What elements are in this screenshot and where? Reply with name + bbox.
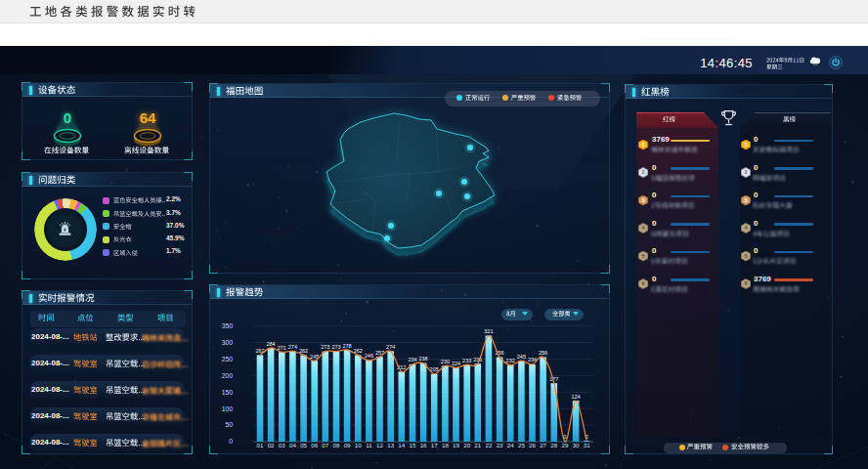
svg-text:09: 09 [344,442,351,448]
svg-text:10: 10 [355,442,362,448]
svg-text:262: 262 [299,348,308,354]
svg-text:246: 246 [365,353,373,359]
svg-text:19: 19 [453,442,459,448]
svg-text:12: 12 [376,442,383,448]
svg-text:350: 350 [222,322,234,329]
svg-text:31: 31 [584,442,590,448]
svg-text:28: 28 [550,442,557,448]
svg-text:233: 233 [462,358,471,363]
svg-text:23: 23 [497,442,503,448]
svg-text:26: 26 [529,442,536,448]
svg-text:01: 01 [257,442,264,448]
svg-text:232: 232 [506,358,515,363]
svg-text:250: 250 [222,356,234,362]
svg-text:25: 25 [518,442,525,448]
svg-text:20: 20 [463,442,470,448]
svg-text:18: 18 [442,442,449,448]
svg-text:06: 06 [311,442,318,448]
svg-text:21: 21 [474,442,481,448]
svg-text:02: 02 [268,442,275,448]
svg-text:284: 284 [267,341,276,347]
svg-text:321: 321 [484,328,493,334]
svg-text:05: 05 [300,442,307,448]
svg-text:245: 245 [517,354,526,360]
svg-text:24: 24 [507,442,514,448]
svg-text:271: 271 [278,345,286,351]
svg-text:278: 278 [343,343,352,349]
svg-text:27: 27 [540,442,546,448]
svg-text:274: 274 [386,344,395,350]
svg-text:04: 04 [289,442,296,448]
svg-text:14: 14 [398,442,405,448]
svg-text:124: 124 [572,394,581,400]
svg-text:224: 224 [452,361,460,366]
svg-text:17: 17 [431,442,438,448]
svg-text:07: 07 [322,442,328,448]
svg-text:29: 29 [561,442,568,448]
svg-text:50: 50 [225,421,233,428]
svg-text:200: 200 [222,372,234,379]
svg-text:256: 256 [539,350,547,356]
svg-text:03: 03 [279,442,285,448]
svg-text:234: 234 [408,357,416,362]
svg-text:150: 150 [222,389,234,396]
svg-text:15: 15 [410,442,416,448]
svg-text:100: 100 [222,405,234,412]
svg-text:300: 300 [222,339,234,346]
svg-text:22: 22 [485,442,492,448]
svg-text:30: 30 [573,442,580,448]
svg-text:274: 274 [288,344,297,350]
svg-text:273: 273 [321,344,329,350]
svg-text:238: 238 [419,356,428,362]
svg-text:08: 08 [333,442,340,448]
svg-text:16: 16 [420,442,427,448]
svg-text:13: 13 [387,442,394,448]
svg-text:273: 273 [331,344,340,350]
svg-text:230: 230 [441,359,450,364]
svg-text:0: 0 [229,438,233,445]
svg-text:11: 11 [366,442,372,448]
